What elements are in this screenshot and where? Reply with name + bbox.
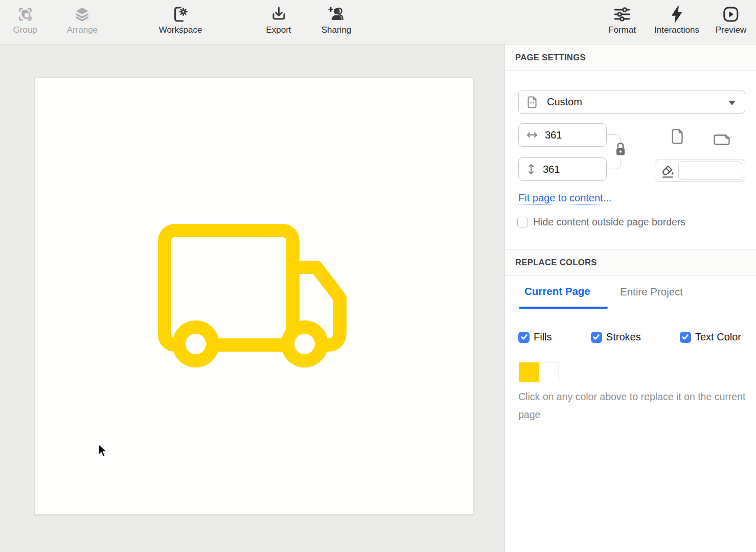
preview-button[interactable]: Preview [716,0,746,44]
page-fill-control[interactable] [655,159,745,182]
preview-play-icon [716,0,746,25]
inspector-sidebar: PAGE SETTINGS Custom 361 [505,44,756,552]
sharing-add-person-icon [322,0,352,25]
workspace-device-gear-icon [159,0,202,25]
page-width-value: 361 [545,129,562,141]
replace-colors-header: REPLACE COLORS [505,249,756,275]
replace-colors-hint: Click on any color above to replace it o… [518,388,747,424]
active-tab-underline [519,307,608,309]
size-link-connector-bottom [607,159,621,169]
interactions-button[interactable]: Interactions [654,0,699,44]
replace-colors-tabs: Current Page Entire Project [505,274,756,310]
color-swatch-row [519,362,559,382]
format-sliders-icon [608,0,636,25]
page-fill-swatch[interactable] [678,162,742,180]
group-label: Group [13,25,37,35]
preview-label: Preview [716,25,746,35]
unlock-shackle-icon [618,143,623,148]
tab-entire-project[interactable]: Entire Project [620,286,683,298]
orientation-divider [700,122,700,151]
hide-content-checkbox[interactable] [517,217,528,227]
workspace-button[interactable]: Workspace [159,0,202,44]
text-color-checkbox[interactable] [680,332,691,343]
hide-content-label: Hide content outside page borders [533,216,685,228]
strokes-checkbox[interactable] [591,332,602,343]
text-color-label: Text Color [695,331,741,343]
page-preset-icon [526,95,538,109]
hide-content-checkbox-row[interactable]: Hide content outside page borders [517,216,685,228]
orientation-portrait-button[interactable] [670,127,685,148]
workspace-label: Workspace [159,25,202,35]
arrange-layers-icon [67,0,98,25]
page-settings-title: PAGE SETTINGS [515,53,586,62]
page-preset-value: Custom [547,96,582,108]
fills-checkbox[interactable] [518,332,530,343]
toolbar: Group Arrange [0,0,756,44]
sharing-button[interactable]: Sharing [322,0,352,44]
export-download-icon [266,0,291,25]
landscape-page-icon [712,132,732,148]
height-arrow-icon [525,163,537,176]
group-button[interactable]: Group [13,0,37,44]
swatch-yellow[interactable] [519,362,539,382]
tab-current-page[interactable]: Current Page [524,285,590,297]
delivery-truck-artwork[interactable] [153,219,357,374]
interactions-label: Interactions [654,25,699,35]
strokes-label: Strokes [606,331,641,343]
arrange-button[interactable]: Arrange [67,0,98,44]
dropdown-arrow-icon [728,101,736,105]
mouse-cursor-icon [95,442,109,462]
format-button[interactable]: Format [608,0,636,44]
replace-colors-title: REPLACE COLORS [515,258,597,267]
color-filter-row: Fills Strokes Text Color [518,331,741,343]
orientation-landscape-button[interactable] [712,132,732,150]
page-height-input[interactable]: 361 [518,157,607,181]
sharing-label: Sharing [322,25,352,35]
filter-fills[interactable]: Fills [518,331,552,343]
interactions-lightning-icon [654,0,699,25]
export-label: Export [266,25,291,35]
paint-bucket-icon [660,162,676,179]
fills-label: Fills [534,331,552,343]
page-width-input[interactable]: 361 [518,123,607,147]
filter-text-color[interactable]: Text Color [680,331,741,343]
export-button[interactable]: Export [266,0,291,44]
fit-page-to-content-link[interactable]: Fit page to content... [518,192,611,205]
swatch-white[interactable] [539,362,559,382]
page-height-value: 361 [543,164,560,175]
width-arrow-icon [525,129,539,141]
format-label: Format [608,25,636,35]
filter-strokes[interactable]: Strokes [591,331,641,343]
canvas-workarea[interactable] [0,44,505,552]
page-preset-select[interactable]: Custom [518,90,745,114]
portrait-page-icon [670,127,685,146]
size-lock-toggle[interactable] [614,142,627,159]
arrange-label: Arrange [67,25,98,35]
page-settings-header: PAGE SETTINGS [505,44,756,71]
group-icon [13,0,37,25]
